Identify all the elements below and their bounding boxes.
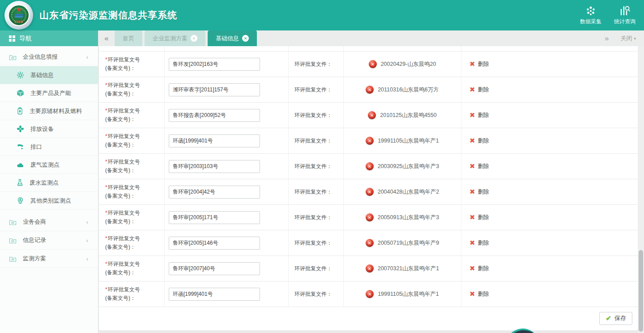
sidebar-item-business-consult[interactable]: 业务会商 ‹ — [0, 213, 98, 231]
monitor-pin-icon — [17, 197, 24, 204]
tab-enterprise-monitor-plan[interactable]: 企业监测方案 ✕ — [145, 30, 205, 46]
doc-number-input[interactable] — [169, 288, 260, 301]
delete-label: 删除 — [478, 214, 489, 221]
sidebar-item-basic-info[interactable]: 基础信息 — [0, 66, 98, 84]
file-label: 环评批复文件： — [289, 154, 344, 179]
save-check-icon: ✔ — [606, 314, 611, 322]
cube-icon — [17, 89, 24, 97]
field-label: *环评批复文号 (备案文号)： — [99, 281, 165, 307]
delete-row-button[interactable]: ✖ 删除 — [469, 290, 489, 298]
delete-row-button[interactable]: ✖ 删除 — [469, 239, 489, 247]
file-name[interactable]: 19991105山东晨鸣年产1 — [378, 290, 439, 298]
delete-x-icon: ✖ — [469, 264, 475, 272]
app-logo: ZHB — [4, 1, 33, 30]
delete-row-button[interactable]: ✖ 删除 — [469, 137, 489, 145]
remove-file-icon[interactable]: ✕ — [366, 290, 374, 298]
delete-label: 删除 — [478, 188, 489, 196]
remove-file-icon[interactable]: ✕ — [366, 188, 374, 196]
data-collection-button[interactable]: 数据采集 — [578, 5, 604, 26]
remove-file-icon[interactable]: ✕ — [366, 264, 374, 272]
tabs-scroll-right-button[interactable]: » — [605, 34, 609, 43]
remove-file-icon[interactable]: ✕ — [368, 111, 376, 119]
delete-label: 删除 — [478, 290, 489, 298]
remove-file-icon[interactable]: ✕ — [366, 162, 374, 170]
file-name[interactable]: 20030925山东晨鸣年产3 — [378, 163, 439, 170]
delete-row-button[interactable]: ✖ 删除 — [469, 213, 489, 221]
doc-number-input[interactable] — [169, 186, 260, 199]
doc-number-input[interactable] — [169, 160, 260, 173]
field-label: *环评批复文号 (备案文号)： — [99, 77, 165, 102]
delete-row-button[interactable]: ✖ 删除 — [469, 162, 489, 170]
doc-number-input[interactable] — [169, 134, 260, 147]
doc-number-input[interactable] — [169, 58, 260, 71]
table-row: *环评批复文号 (备案文号)： 环评批复文件： ✕ 19991105山东晨鸣年产… — [99, 128, 638, 154]
sidebar-item-main-products[interactable]: 主要产品及产能 — [0, 84, 98, 102]
delete-row-button[interactable]: ✖ 删除 — [469, 188, 489, 196]
file-name[interactable]: 20050719山东晨鸣年产9 — [378, 239, 439, 247]
field-label: *环评批复文号 (备案文号)： — [99, 154, 165, 179]
data-collection-label: 数据采集 — [580, 18, 601, 26]
delete-label: 删除 — [478, 112, 489, 119]
doc-number-input[interactable] — [169, 109, 260, 122]
delete-label: 删除 — [478, 239, 489, 247]
scrollbar-track[interactable] — [638, 46, 644, 333]
file-name[interactable]: 20070321山东晨鸣年产1 — [378, 265, 439, 272]
tab-basic-info[interactable]: 基础信息 ✕ — [208, 30, 257, 46]
doc-number-input[interactable] — [169, 237, 260, 250]
tabs-scroll-left-button[interactable]: « — [98, 30, 115, 46]
save-button[interactable]: ✔ 保存 — [599, 312, 632, 325]
file-name[interactable]: 19991105山东晨鸣年产1 — [378, 137, 439, 145]
remove-file-icon[interactable]: ✕ — [366, 239, 374, 247]
tab-label: 首页 — [123, 35, 134, 43]
tab-close-icon[interactable]: ✕ — [191, 35, 197, 42]
remove-file-icon[interactable]: ✕ — [369, 60, 377, 68]
file-name[interactable]: 2010125山东晨鸣4550 — [380, 112, 436, 119]
sidebar-item-waste-gas-points[interactable]: 废气监测点 — [0, 156, 98, 174]
remove-file-icon[interactable]: ✕ — [366, 213, 374, 221]
doc-number-input[interactable] — [169, 211, 260, 224]
sidebar-item-info-records[interactable]: 信息记录 ‹ — [0, 231, 98, 250]
sidebar-item-monitor-plan[interactable]: 监测方案 ‹ — [0, 250, 98, 268]
sidebar-item-outfall[interactable]: 排口 — [0, 138, 98, 156]
file-name[interactable]: 20020429-山东晨鸣20 — [381, 61, 436, 68]
delete-row-button[interactable]: ✖ 删除 — [469, 86, 489, 94]
sidebar-item-enterprise-info[interactable]: 企业信息填报 ‹ — [0, 48, 98, 66]
remove-file-icon[interactable]: ✕ — [366, 86, 374, 94]
folder-icon — [9, 219, 17, 225]
sidebar-item-waste-water-points[interactable]: 废水监测点 — [0, 174, 98, 192]
sidebar-item-raw-materials[interactable]: 主要原辅材料及燃料 — [0, 102, 98, 120]
delete-row-button[interactable]: ✖ 删除 — [469, 60, 489, 68]
delete-row-button[interactable]: ✖ 删除 — [469, 111, 489, 119]
sidebar-item-other-points[interactable]: 其他类别监测点 — [0, 192, 98, 210]
file-name[interactable]: 20050913山东晨鸣年产3 — [378, 214, 439, 221]
sidebar-item-label: 废气监测点 — [30, 161, 60, 169]
close-tabs-dropdown[interactable]: 关闭 ▾ — [620, 35, 636, 43]
required-mark: * — [105, 56, 107, 63]
table-row: *环评批复文号 (备案文号)： 环评批复文件： ✕ 20050913山东晨鸣年产… — [99, 205, 638, 230]
logo-text: ZHB — [9, 20, 29, 24]
sidebar-nav-header: 导航 — [0, 30, 98, 46]
save-label: 保存 — [614, 314, 626, 322]
file-label: 环评批复文件： — [289, 52, 344, 77]
file-name[interactable]: 20040428山东晨鸣年产2 — [378, 188, 439, 196]
file-label: 环评批复文件： — [289, 205, 344, 230]
doc-number-input[interactable] — [169, 83, 260, 96]
sidebar-item-emission-equipment[interactable]: 排放设备 — [0, 120, 98, 138]
doc-number-input[interactable] — [169, 262, 260, 275]
file-name[interactable]: 20110316山东晨鸣6万方 — [378, 86, 439, 94]
delete-label: 删除 — [478, 163, 489, 170]
sidebar: 导航 企业信息填报 ‹ — [0, 30, 98, 333]
table-row: *环评批复文号 (备案文号)： 环评批复文件： ✕ 20020429-山东晨鸣2… — [99, 52, 638, 77]
tab-close-icon[interactable]: ✕ — [242, 35, 249, 42]
nav-label: 导航 — [19, 35, 32, 43]
remove-file-icon[interactable]: ✕ — [366, 137, 374, 145]
delete-label: 删除 — [478, 265, 489, 272]
delete-row-button[interactable]: ✖ 删除 — [469, 264, 489, 272]
field-label: *环评批复文号 (备案文号)： — [99, 103, 165, 128]
delete-x-icon: ✖ — [469, 137, 475, 145]
tab-home[interactable]: 首页 — [115, 30, 142, 46]
file-label: 环评批复文件： — [289, 103, 344, 128]
delete-x-icon: ✖ — [469, 60, 475, 68]
scrollbar-thumb[interactable] — [639, 250, 643, 332]
statistics-query-button[interactable]: 统计查询 — [612, 5, 638, 26]
